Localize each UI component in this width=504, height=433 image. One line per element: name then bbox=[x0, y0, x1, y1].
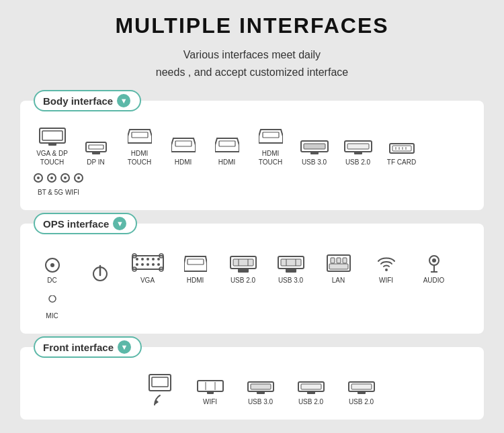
svg-rect-76 bbox=[351, 384, 372, 389]
svg-rect-16 bbox=[390, 144, 414, 153]
svg-rect-7 bbox=[175, 141, 192, 146]
front-arrow-icon: ▼ bbox=[118, 340, 131, 354]
svg-rect-4 bbox=[89, 145, 103, 149]
front-wifi: WIFI bbox=[192, 380, 228, 406]
svg-rect-77 bbox=[358, 391, 366, 394]
svg-rect-65 bbox=[198, 381, 223, 391]
svg-rect-1 bbox=[42, 131, 62, 140]
ops-interface-card: OPS interface ▼ DC bbox=[20, 224, 484, 334]
svg-point-62 bbox=[49, 295, 56, 302]
svg-point-35 bbox=[152, 263, 155, 266]
ops-hdmi: HDMI bbox=[177, 256, 214, 285]
svg-rect-56 bbox=[343, 258, 347, 263]
ops-lan: LAN bbox=[320, 254, 357, 285]
svg-point-23 bbox=[50, 263, 54, 267]
svg-rect-2 bbox=[48, 143, 56, 146]
svg-rect-54 bbox=[331, 258, 335, 263]
ops-vga: VGA bbox=[129, 253, 166, 285]
body-usb3: USB 3.0 bbox=[296, 140, 333, 166]
svg-point-34 bbox=[146, 263, 149, 266]
ops-power bbox=[81, 263, 118, 285]
ops-interface-label: OPS interface ▼ bbox=[34, 213, 137, 234]
body-hdmi-2: HDMI bbox=[208, 138, 245, 166]
svg-rect-43 bbox=[233, 259, 253, 266]
svg-rect-5 bbox=[92, 152, 100, 154]
svg-rect-41 bbox=[187, 259, 204, 264]
front-interface-card: Front interface ▼ bbox=[20, 347, 484, 420]
front-usb3: USB 3.0 bbox=[242, 381, 279, 406]
bt-circle-4 bbox=[74, 173, 83, 183]
svg-rect-53 bbox=[329, 264, 348, 269]
ops-usb2: USB 2.0 bbox=[224, 256, 261, 285]
body-usb2: USB 2.0 bbox=[339, 140, 376, 166]
ops-usb3: USB 3.0 bbox=[272, 256, 309, 285]
ops-dc: DC bbox=[34, 257, 71, 285]
body-hdmi-touch-2: HDMITOUCH bbox=[252, 129, 289, 166]
ops-wifi: WIFI bbox=[368, 254, 405, 285]
body-interface-card: Body interface ▼ VGA & DPTOUCH bbox=[20, 101, 484, 210]
body-hdmi-1: HDMI bbox=[165, 138, 202, 166]
svg-point-33 bbox=[141, 263, 144, 266]
ops-mic: MIC bbox=[34, 295, 71, 320]
svg-point-32 bbox=[136, 263, 138, 266]
body-bt-wifi: BT & 5G WIFI bbox=[34, 173, 83, 197]
svg-rect-55 bbox=[337, 258, 341, 263]
body-dp-in: DP IN bbox=[77, 142, 114, 166]
body-vga-dp-touch: VGA & DPTOUCH bbox=[34, 128, 71, 166]
svg-rect-8 bbox=[219, 141, 235, 146]
svg-point-36 bbox=[157, 263, 160, 266]
svg-rect-6 bbox=[132, 132, 148, 138]
svg-point-29 bbox=[146, 258, 149, 260]
ops-audio: AUDIO bbox=[415, 254, 452, 285]
body-hdmi-touch-1: HDMITOUCH bbox=[121, 129, 158, 166]
page-title: MULTIPLE INTERFACES bbox=[115, 13, 388, 38]
svg-rect-68 bbox=[207, 391, 214, 394]
front-interface-row: WIFI USB 3.0 USB 2.0 bbox=[34, 358, 470, 406]
svg-rect-64 bbox=[152, 377, 168, 387]
front-usb2-1: USB 2.0 bbox=[292, 381, 329, 406]
svg-point-27 bbox=[136, 258, 138, 260]
front-hdmi-touch bbox=[141, 374, 178, 406]
ops-interface-row: DC bbox=[34, 234, 470, 320]
ops-arrow-icon: ▼ bbox=[113, 217, 126, 230]
front-usb2-2: USB 2.0 bbox=[343, 381, 380, 406]
bt-circle-2 bbox=[47, 173, 56, 183]
page-subtitle: Various interfaces meet daily needs , an… bbox=[156, 46, 348, 81]
svg-rect-73 bbox=[301, 384, 321, 389]
body-arrow-icon: ▼ bbox=[117, 94, 130, 107]
svg-rect-71 bbox=[257, 391, 265, 394]
svg-rect-48 bbox=[281, 259, 301, 266]
svg-rect-9 bbox=[263, 132, 279, 138]
svg-rect-51 bbox=[286, 269, 296, 273]
body-interface-row: VGA & DPTOUCH DP IN HDMITOUCH bbox=[34, 111, 470, 197]
svg-rect-11 bbox=[304, 144, 325, 149]
svg-point-28 bbox=[141, 258, 144, 260]
svg-point-30 bbox=[152, 258, 155, 260]
body-tf-card: TF CARD bbox=[383, 143, 420, 166]
svg-point-31 bbox=[157, 258, 160, 260]
svg-rect-17 bbox=[392, 146, 411, 151]
svg-rect-12 bbox=[310, 152, 319, 154]
svg-rect-14 bbox=[347, 144, 369, 149]
svg-rect-46 bbox=[238, 269, 249, 273]
body-interface-label: Body interface ▼ bbox=[34, 90, 141, 111]
front-interface-label: Front interface ▼ bbox=[34, 336, 142, 358]
bt-circle-3 bbox=[60, 173, 70, 183]
svg-point-57 bbox=[385, 269, 388, 271]
svg-rect-70 bbox=[251, 384, 271, 389]
svg-point-59 bbox=[432, 258, 436, 262]
bt-circle-1 bbox=[34, 173, 43, 183]
svg-rect-74 bbox=[307, 391, 315, 394]
svg-rect-15 bbox=[354, 152, 362, 154]
